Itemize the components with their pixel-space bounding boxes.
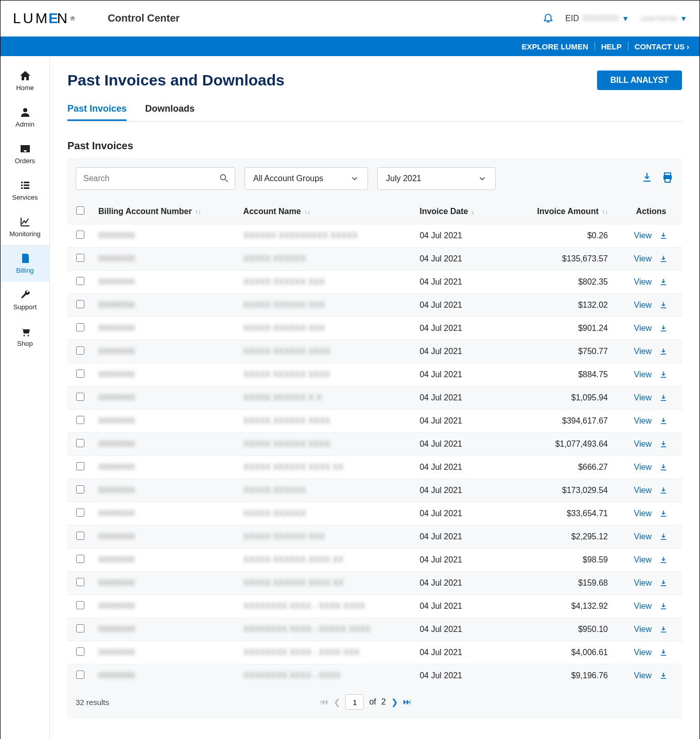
view-link[interactable]: View — [634, 509, 652, 518]
invoice-date: 04 Jul 2021 — [414, 386, 507, 410]
view-link[interactable]: View — [634, 347, 652, 356]
row-checkbox[interactable] — [76, 532, 84, 540]
invoice-amount: $4,006.61 — [507, 641, 620, 664]
search-input[interactable] — [76, 167, 235, 190]
download-row-button[interactable] — [659, 231, 668, 240]
view-link[interactable]: View — [634, 463, 652, 471]
download-row-button[interactable] — [659, 254, 668, 263]
download-row-button[interactable] — [659, 324, 668, 332]
download-all-button[interactable] — [641, 171, 653, 186]
row-checkbox[interactable] — [76, 485, 84, 494]
view-link[interactable]: View — [634, 370, 652, 379]
view-link[interactable]: View — [634, 231, 652, 240]
download-row-button[interactable] — [659, 555, 668, 564]
row-checkbox[interactable] — [76, 647, 84, 656]
bill-analyst-button[interactable]: BILL ANALYST — [597, 71, 682, 90]
row-checkbox[interactable] — [76, 671, 84, 679]
download-row-button[interactable] — [659, 393, 668, 402]
page-first-button[interactable]: ⏮ — [320, 697, 328, 707]
view-link[interactable]: View — [634, 324, 652, 332]
row-checkbox[interactable] — [76, 462, 84, 470]
download-row-button[interactable] — [659, 509, 668, 518]
user-icon — [19, 106, 31, 118]
table-row: 00000000 XXXXX XXXXXX XXX 04 Jul 2021 $2… — [67, 525, 682, 549]
row-checkbox[interactable] — [76, 277, 84, 285]
download-row-button[interactable] — [659, 532, 668, 541]
page-last-button[interactable]: ⏭ — [403, 697, 411, 707]
contact-link[interactable]: CONTACT US › — [635, 42, 689, 51]
row-checkbox[interactable] — [76, 393, 84, 401]
row-checkbox[interactable] — [76, 416, 84, 424]
view-link[interactable]: View — [634, 555, 652, 564]
view-link[interactable]: View — [634, 625, 652, 634]
col-invoice-amount[interactable]: Invoice Amount↑↓ — [507, 199, 620, 224]
sidebar-item-services[interactable]: Services — [1, 172, 49, 208]
view-link[interactable]: View — [634, 254, 652, 263]
col-account-name[interactable]: Account Name↑↓ — [238, 199, 415, 224]
download-row-button[interactable] — [659, 301, 668, 309]
view-link[interactable]: View — [634, 439, 652, 448]
account-groups-dropdown[interactable]: All Account Groups — [244, 167, 368, 190]
sidebar-item-billing[interactable]: Billing — [1, 245, 49, 281]
view-link[interactable]: View — [634, 648, 652, 657]
download-row-button[interactable] — [659, 463, 668, 471]
download-row-button[interactable] — [659, 648, 668, 657]
row-checkbox[interactable] — [76, 370, 84, 378]
select-all-checkbox[interactable] — [76, 206, 84, 215]
view-link[interactable]: View — [634, 486, 652, 495]
explore-link[interactable]: EXPLORE LUMEN — [522, 42, 588, 51]
view-link[interactable]: View — [634, 602, 652, 610]
sidebar-item-admin[interactable]: Admin — [1, 99, 49, 135]
row-checkbox[interactable] — [76, 578, 84, 586]
tab-downloads[interactable]: Downloads — [145, 103, 195, 121]
view-link[interactable]: View — [634, 393, 652, 402]
row-checkbox[interactable] — [76, 555, 84, 563]
view-link[interactable]: View — [634, 532, 652, 541]
sidebar-item-support[interactable]: Support — [1, 281, 49, 318]
row-checkbox[interactable] — [76, 254, 84, 262]
view-link[interactable]: View — [634, 578, 652, 587]
download-row-button[interactable] — [659, 578, 668, 587]
invoice-amount: $33,654.71 — [507, 502, 620, 525]
bell-icon[interactable] — [542, 12, 554, 25]
sidebar-item-home[interactable]: Home — [1, 62, 49, 99]
account-name: XXXXX XXXXXX — [243, 486, 306, 495]
download-row-button[interactable] — [659, 370, 668, 379]
view-link[interactable]: View — [634, 301, 652, 309]
row-checkbox[interactable] — [76, 231, 84, 239]
download-icon — [659, 578, 668, 588]
page-input[interactable] — [345, 694, 364, 710]
col-billing-account-number[interactable]: Billing Account Number↑↓ — [93, 199, 238, 224]
download-row-button[interactable] — [659, 416, 668, 425]
download-row-button[interactable] — [659, 486, 668, 495]
print-button[interactable] — [661, 171, 674, 186]
period-dropdown[interactable]: July 2021 — [377, 167, 496, 190]
row-checkbox[interactable] — [76, 439, 84, 447]
sidebar-item-orders[interactable]: Orders — [1, 135, 49, 172]
row-checkbox[interactable] — [76, 323, 84, 331]
user-selector[interactable]: username ▼ — [640, 14, 687, 23]
sidebar-item-shop[interactable]: Shop — [1, 318, 49, 355]
help-link[interactable]: HELP — [601, 42, 622, 51]
download-row-button[interactable] — [659, 671, 668, 680]
page-next-button[interactable]: ❯ — [391, 697, 398, 707]
view-link[interactable]: View — [634, 277, 652, 286]
section-title: Past Invoices — [67, 140, 682, 152]
download-row-button[interactable] — [659, 439, 668, 448]
download-row-button[interactable] — [659, 347, 668, 356]
row-checkbox[interactable] — [76, 300, 84, 308]
view-link[interactable]: View — [634, 416, 652, 425]
col-invoice-date[interactable]: Invoice Date↓ — [414, 199, 507, 224]
tab-past-invoices[interactable]: Past Invoices — [67, 103, 127, 121]
row-checkbox[interactable] — [76, 601, 84, 609]
eid-selector[interactable]: EID 00000000 ▼ — [565, 14, 629, 23]
download-row-button[interactable] — [659, 625, 668, 634]
page-prev-button[interactable]: ❮ — [334, 697, 340, 707]
row-checkbox[interactable] — [76, 624, 84, 632]
view-link[interactable]: View — [634, 671, 652, 680]
download-row-button[interactable] — [659, 602, 668, 610]
row-checkbox[interactable] — [76, 346, 84, 355]
download-row-button[interactable] — [659, 277, 668, 286]
row-checkbox[interactable] — [76, 508, 84, 517]
sidebar-item-monitoring[interactable]: Monitoring — [1, 208, 49, 245]
